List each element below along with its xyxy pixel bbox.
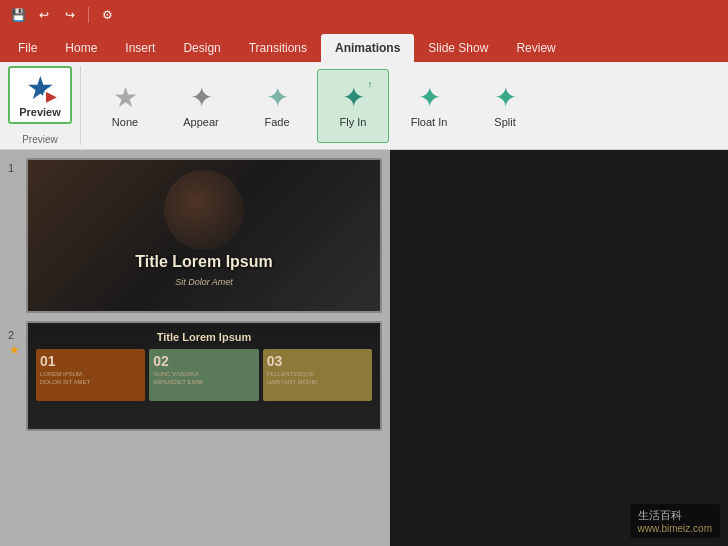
animation-list: ★ None ✦ Appear ✦ Fade ✦↑ Fly In ✦ Float… (81, 66, 728, 145)
box-1-text: LOREM IPSUMDOLOR SIT AMET (40, 371, 141, 387)
tab-review[interactable]: Review (502, 34, 569, 62)
slide-2-title: Title Lorem Ipsum (36, 331, 372, 343)
tab-home[interactable]: Home (51, 34, 111, 62)
ribbon-tabs: File Home Insert Design Transitions Anim… (0, 30, 728, 62)
fade-label: Fade (264, 116, 289, 128)
save-icon[interactable]: 💾 (8, 5, 28, 25)
slide-2-box-3: 03 PELLENTESQUEHABITANT MORBI (263, 349, 372, 401)
main-area: 1 Title Lorem Ipsum Sit Dolor Amet 2 ★ T… (0, 150, 728, 546)
divider (88, 7, 89, 23)
flyin-star-icon: ✦↑ (342, 83, 365, 114)
customize-button[interactable]: ⚙ (97, 5, 117, 25)
box-3-num: 03 (267, 353, 368, 369)
tab-slideshow[interactable]: Slide Show (414, 34, 502, 62)
slide-2-content: Title Lorem Ipsum 01 LOREM IPSUMDOLOR SI… (28, 323, 380, 429)
right-slide-area: 生活百科 www.bimeiz.com (390, 150, 728, 546)
none-label: None (112, 116, 138, 128)
watermark: 生活百科 www.bimeiz.com (630, 504, 720, 538)
slide-2-number: 2 (8, 329, 20, 341)
preview-section: ★ ▶ Preview Preview (0, 66, 81, 145)
animation-fade[interactable]: ✦ Fade (241, 69, 313, 143)
split-label: Split (494, 116, 515, 128)
floatin-star-icon: ✦ (418, 83, 441, 114)
box-2-num: 02 (153, 353, 254, 369)
slide-2-star-indicator: ★ (9, 343, 20, 357)
split-star-icon: ✦ (494, 83, 517, 114)
slide-2-wrapper: 2 ★ Title Lorem Ipsum 01 LOREM IPSUMDOLO… (8, 321, 382, 431)
slide-1-number: 1 (8, 162, 20, 174)
thumbnails-area: 1 Title Lorem Ipsum Sit Dolor Amet 2 ★ T… (0, 150, 390, 546)
slide-1-bg (28, 160, 380, 311)
box-1-num: 01 (40, 353, 141, 369)
preview-play-icon: ▶ (43, 88, 59, 104)
title-bar: 💾 ↩ ↪ ⚙ (0, 0, 728, 30)
animation-flyin[interactable]: ✦↑ Fly In (317, 69, 389, 143)
preview-label: Preview (19, 106, 61, 118)
tab-transitions[interactable]: Transitions (235, 34, 321, 62)
flyin-label: Fly In (340, 116, 367, 128)
ribbon-content: ★ ▶ Preview Preview ★ None ✦ Appear ✦ Fa… (0, 62, 728, 150)
animation-floatin[interactable]: ✦ Float In (393, 69, 465, 143)
slide-1-circle (164, 170, 244, 250)
slide-2-box-2: 02 NUNC VIVERRAIMPERDIET ENIM (149, 349, 258, 401)
animation-split[interactable]: ✦ Split (469, 69, 541, 143)
slide-2-boxes: 01 LOREM IPSUMDOLOR SIT AMET 02 NUNC VIV… (36, 349, 372, 401)
box-2-text: NUNC VIVERRAIMPERDIET ENIM (153, 371, 254, 387)
animation-none[interactable]: ★ None (89, 69, 161, 143)
watermark-line1: 生活百科 (638, 508, 712, 523)
animation-appear[interactable]: ✦ Appear (165, 69, 237, 143)
tab-design[interactable]: Design (169, 34, 234, 62)
appear-label: Appear (183, 116, 218, 128)
box-3-text: PELLENTESQUEHABITANT MORBI (267, 371, 368, 387)
slide-2-box-1: 01 LOREM IPSUMDOLOR SIT AMET (36, 349, 145, 401)
watermark-url: www.bimeiz.com (638, 523, 712, 534)
slide-1-wrapper: 1 Title Lorem Ipsum Sit Dolor Amet (8, 158, 382, 313)
slide-1-thumbnail[interactable]: Title Lorem Ipsum Sit Dolor Amet (26, 158, 382, 313)
fade-star-icon: ✦ (266, 83, 289, 114)
tab-file[interactable]: File (4, 34, 51, 62)
redo-button[interactable]: ↪ (60, 5, 80, 25)
appear-star-icon: ✦ (190, 83, 213, 114)
preview-button[interactable]: ★ ▶ Preview (8, 66, 72, 124)
slide-1-title: Title Lorem Ipsum (28, 253, 380, 271)
slide-1-subtitle: Sit Dolor Amet (28, 277, 380, 287)
floatin-label: Float In (411, 116, 448, 128)
slide-2-thumbnail[interactable]: Title Lorem Ipsum 01 LOREM IPSUMDOLOR SI… (26, 321, 382, 431)
preview-section-label: Preview (22, 132, 58, 145)
tab-animations[interactable]: Animations (321, 34, 414, 62)
none-star-icon: ★ (113, 83, 138, 114)
tab-insert[interactable]: Insert (111, 34, 169, 62)
undo-button[interactable]: ↩ (34, 5, 54, 25)
